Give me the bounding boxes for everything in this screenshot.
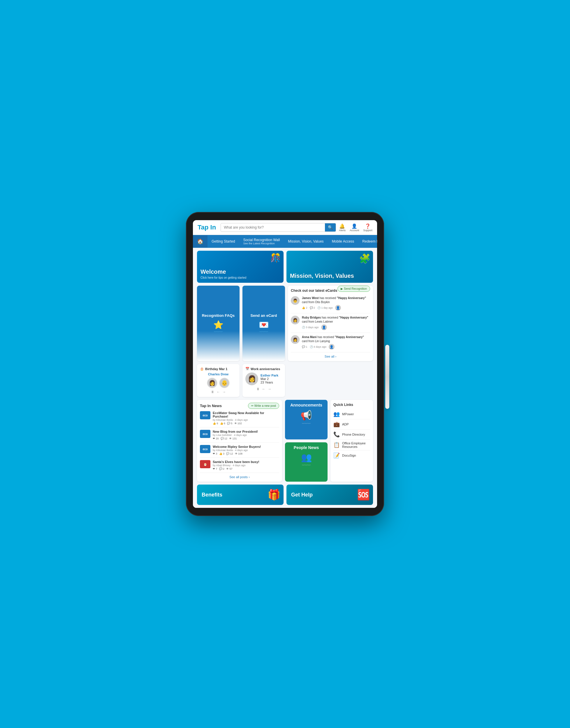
pause-button[interactable]: ⏸ <box>211 390 214 394</box>
ecard-meta-1: 👍 2💬 2 🕐 1 day ago 👤 <box>302 305 370 311</box>
quick-link-employee-resources[interactable]: 📋 Office Employee Resources <box>333 440 370 451</box>
nav-mobile-access[interactable]: Mobile Access <box>328 236 358 246</box>
nav-bar: 🏠 Getting Started Social Recognition Wal… <box>193 235 377 248</box>
quick-links-heading: Quick Links <box>333 403 370 407</box>
work-anniversary-card: 📅 Work anniversaries 👩 Esther Park Mar 2… <box>243 364 285 397</box>
prev-button[interactable]: ← <box>217 390 220 394</box>
quick-link-docusign[interactable]: 📝 DocuSign <box>333 451 370 461</box>
quick-link-adp[interactable]: 💼 ADP <box>333 419 370 430</box>
work-anniversary-title: 📅 Work anniversaries <box>245 367 282 371</box>
announcements-card[interactable]: Announcements 📢 〰〰〰 <box>285 400 327 440</box>
sender-avatar-1: 👤 <box>335 305 341 311</box>
support-button[interactable]: ❓ Support <box>363 223 372 232</box>
send-recognition-button[interactable]: ▶ Send Recognition <box>337 286 370 292</box>
adp-icon: 💼 <box>333 421 340 428</box>
nav-mission[interactable]: Mission, Vision, Values <box>284 236 327 246</box>
welcome-subtitle: Click here for tips on getting started <box>201 276 246 279</box>
news-heading: Tap In News <box>200 404 222 408</box>
ecard-entry-3: 👩 Anna Mani has received "Happy Annivers… <box>291 335 370 352</box>
search-button[interactable]: 🔍 <box>325 223 336 231</box>
quick-link-mpower[interactable]: 👥 MPower <box>333 409 370 419</box>
anniversary-info: Esther Park Mar 2 23 Years <box>261 374 278 384</box>
news-item-1: eco EcoWater Swag Now Available for Purc… <box>200 411 279 428</box>
ripple-decoration: 〰〰〰 <box>214 330 223 333</box>
cake-icon: 🎂 <box>200 367 204 371</box>
nav-redeem-points[interactable]: Redeem Points <box>358 236 377 246</box>
ecards-see-all-link[interactable]: See all › <box>291 355 370 358</box>
announcements-heading: Announcements <box>290 403 322 408</box>
nav-getting-started[interactable]: Getting Started <box>208 236 239 246</box>
ecards-panel: Check out our latest eCards ▶ Send Recog… <box>288 286 373 361</box>
welcome-banner[interactable]: Welcome Click here for tips on getting s… <box>197 251 284 283</box>
recognition-faq-card[interactable]: Recognition FAQs ⭐ 〰〰〰 <box>197 286 240 361</box>
birthday-section: 🎂 Birthday Mar 1 Charles Drew 👩 👴 ⏸ ← → <box>197 364 373 397</box>
news-content-2: New Blog from our President! by Lisa Gel… <box>213 430 258 440</box>
prev-ann-button[interactable]: ← <box>262 387 265 391</box>
recognition-faq-title: Recognition FAQs <box>202 313 235 318</box>
anniversary-controls: ⏸ ← → <box>245 387 282 391</box>
ecard-meta-2: 🕐 3 days ago 👤 <box>302 324 370 330</box>
birthday-avatars: 👩 👴 <box>200 378 237 388</box>
avatar-ruby: 👩 <box>291 316 300 324</box>
send-ecard-title: Send an eCard <box>250 313 277 318</box>
account-button[interactable]: 👤 Account <box>350 223 359 232</box>
confetti-decoration: 🎊 <box>270 253 281 263</box>
benefits-banner[interactable]: Benefits 🎁 <box>197 485 284 505</box>
people-news-card[interactable]: People News 👥 〰〰〰 <box>285 442 327 482</box>
birthday-avatar-female: 👩 <box>207 378 217 388</box>
news-content-1: EcoWater Swag Now Available for Purchase… <box>213 411 279 425</box>
search-input[interactable] <box>221 224 325 231</box>
see-all-posts-link[interactable]: See all posts › <box>200 475 279 479</box>
people-news-heading: People News <box>294 445 319 450</box>
ecard-text-2: Ruby Bridges has received "Happy Anniver… <box>302 316 370 324</box>
benefits-title: Benefits <box>202 492 222 498</box>
mission-title: Mission, Vision, Values <box>290 272 354 279</box>
star-icon: ⭐ <box>213 320 224 329</box>
help-icon: 🆘 <box>357 489 370 501</box>
write-post-button[interactable]: ✏ Write a new post <box>248 403 279 409</box>
news-thumb-2: eco <box>200 430 210 438</box>
quick-links-panel: Quick Links 👥 MPower 💼 ADP 📞 Phone Direc… <box>330 400 373 482</box>
next-ann-button[interactable]: → <box>268 387 271 391</box>
sender-avatar-3: 👤 <box>329 344 334 350</box>
support-icon: ❓ <box>365 223 371 229</box>
ripple-decoration-4: 〰〰〰 <box>302 464 311 467</box>
get-help-banner[interactable]: Get Help 🆘 <box>286 485 373 505</box>
mission-banner[interactable]: Mission, Vision, Values 🧩 <box>286 251 373 283</box>
search-bar[interactable]: 🔍 <box>221 223 336 232</box>
spacer <box>288 364 373 397</box>
puzzle-icon: 🧩 <box>359 253 371 264</box>
pause-ann-button[interactable]: ⏸ <box>256 387 260 391</box>
tablet-screen: Tap In 🔍 🔔 Alerts 👤 Account ❓ Support <box>193 220 377 508</box>
send-ecard-card[interactable]: Send an eCard 💌 〰〰〰 <box>243 286 285 361</box>
hero-row: Welcome Click here for tips on getting s… <box>197 251 373 283</box>
bell-icon: 🔔 <box>339 223 345 229</box>
header-icons: 🔔 Alerts 👤 Account ❓ Support <box>339 223 372 232</box>
gift-icon: 🎁 <box>268 489 281 501</box>
news-item-3: eco Welcome Ripley Senior Buyers! by Kik… <box>200 445 279 458</box>
news-thumb-4: 🎅 <box>200 460 210 468</box>
news-content-4: Santa's Elves have been busy! by Abaji B… <box>213 460 259 470</box>
ecards-heading: Check out our latest eCards <box>291 288 337 293</box>
tablet-device: Tap In 🔍 🔔 Alerts 👤 Account ❓ Support <box>186 212 384 516</box>
nav-social-recognition[interactable]: Social Recognition Wall See the Latest R… <box>239 235 284 248</box>
nav-home-button[interactable]: 🏠 <box>193 235 208 247</box>
alerts-button[interactable]: 🔔 Alerts <box>339 223 346 232</box>
news-panel: Tap In News ✏ Write a new post eco EcoWa… <box>197 400 282 482</box>
ecard-entry-1: 👨 James West has received "Happy Anniver… <box>291 296 370 313</box>
middle-column: Announcements 📢 〰〰〰 People News 👥 〰〰〰 <box>285 400 327 482</box>
news-item-4: 🎅 Santa's Elves have been busy! by Abaji… <box>200 460 279 473</box>
birthday-controls: ⏸ ← → <box>200 390 237 394</box>
next-button[interactable]: → <box>222 390 226 394</box>
news-thumb-3: eco <box>200 445 210 453</box>
birthday-card-title: 🎂 Birthday Mar 1 <box>200 367 237 371</box>
account-icon: 👤 <box>351 223 357 229</box>
quick-link-phone-directory[interactable]: 📞 Phone Directory <box>333 430 370 440</box>
calendar-icon: 📅 <box>245 367 249 371</box>
anniversary-avatar: 👩 <box>245 373 258 385</box>
ecard-text-1: James West has received "Happy Anniversa… <box>302 296 370 304</box>
welcome-title: Welcome <box>201 268 246 275</box>
birthday-avatar-male: 👴 <box>219 378 230 388</box>
news-item-2: eco New Blog from our President! by Lisa… <box>200 430 279 443</box>
footer-row: Benefits 🎁 Get Help 🆘 <box>197 485 373 505</box>
